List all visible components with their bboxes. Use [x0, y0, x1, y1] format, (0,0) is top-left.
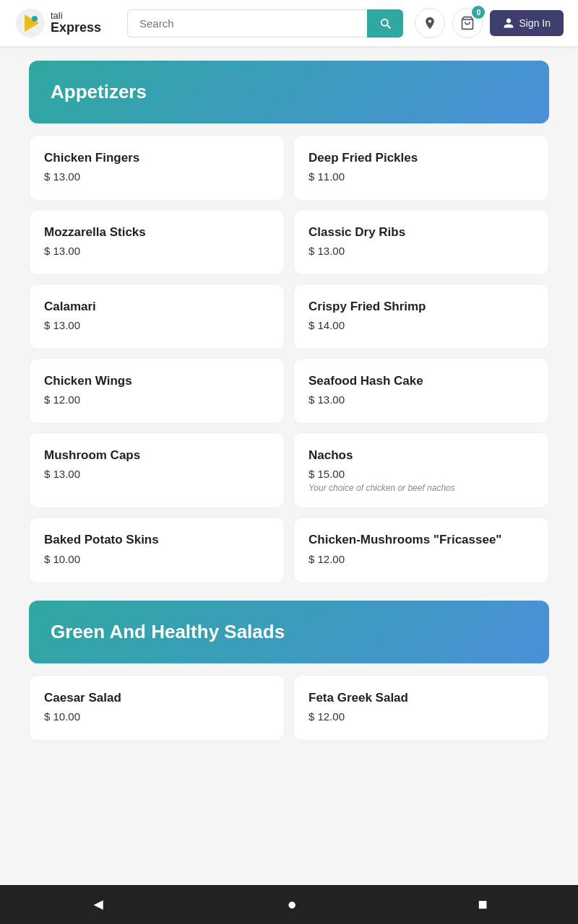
logo-tali: tali — [51, 11, 101, 21]
menu-card[interactable]: Nachos $ 15.00 Your choice of chicken or… — [293, 432, 549, 508]
search-button[interactable] — [367, 9, 403, 38]
appetizers-title: Appetizers — [51, 81, 147, 103]
main-content: Appetizers Chicken Fingers $ 13.00 Deep … — [0, 46, 578, 772]
menu-item-name: Mozzarella Sticks — [44, 225, 269, 240]
menu-card[interactable]: Chicken-Mushrooms "Fricassee" $ 12.00 — [293, 517, 549, 583]
logo-text: tali Express — [51, 11, 101, 35]
menu-item-name: Classic Dry Ribs — [309, 225, 534, 240]
menu-card[interactable]: Caesar Salad $ 10.00 — [29, 675, 285, 741]
menu-item-price: $ 14.00 — [309, 319, 534, 331]
menu-card[interactable]: Deep Fried Pickles $ 11.00 — [293, 135, 549, 201]
stop-button[interactable]: ■ — [478, 895, 487, 914]
location-button[interactable] — [415, 8, 445, 38]
search-icon — [379, 17, 392, 30]
menu-item-name: Chicken-Mushrooms "Fricassee" — [309, 532, 534, 548]
menu-item-price: $ 13.00 — [44, 468, 269, 480]
search-wrapper — [127, 9, 403, 38]
menu-item-name: Mushroom Caps — [44, 448, 269, 463]
menu-item-desc: Your choice of chicken or beef nachos — [309, 483, 534, 493]
menu-item-price: $ 10.00 — [44, 553, 269, 565]
menu-item-price: $ 13.00 — [309, 245, 534, 257]
menu-item-price: $ 12.00 — [309, 553, 534, 565]
menu-card[interactable]: Mushroom Caps $ 13.00 — [29, 432, 285, 508]
search-input[interactable] — [127, 9, 367, 38]
menu-card[interactable]: Feta Greek Salad $ 12.00 — [293, 675, 549, 741]
menu-item-price: $ 13.00 — [309, 393, 534, 406]
logo-icon — [14, 7, 46, 39]
salads-section-header: Green And Healthy Salads — [29, 601, 549, 663]
header-actions: 0 Sign In — [415, 8, 564, 38]
menu-item-name: Chicken Wings — [44, 373, 269, 389]
menu-card[interactable]: Chicken Fingers $ 13.00 — [29, 135, 285, 201]
salads-title: Green And Healthy Salads — [51, 621, 285, 642]
menu-item-name: Seafood Hash Cake — [309, 373, 534, 389]
menu-card[interactable]: Classic Dry Ribs $ 13.00 — [293, 209, 549, 275]
appetizers-section-header: Appetizers — [29, 61, 549, 123]
menu-card[interactable]: Crispy Fried Shrimp $ 14.00 — [293, 284, 549, 349]
header: tali Express 0 — [0, 0, 578, 46]
menu-item-price: $ 13.00 — [44, 170, 269, 183]
menu-item-name: Deep Fried Pickles — [309, 150, 534, 166]
cart-button[interactable]: 0 — [452, 8, 483, 38]
svg-point-2 — [32, 16, 38, 22]
menu-card[interactable]: Seafood Hash Cake $ 13.00 — [293, 358, 549, 424]
logo-area: tali Express — [14, 7, 116, 39]
menu-item-price: $ 11.00 — [309, 170, 534, 183]
appetizers-grid: Chicken Fingers $ 13.00 Deep Fried Pickl… — [29, 135, 549, 583]
menu-item-name: Baked Potato Skins — [44, 532, 269, 548]
menu-item-price: $ 13.00 — [44, 245, 269, 257]
logo-express: Express — [51, 21, 101, 35]
menu-item-price: $ 12.00 — [44, 393, 269, 406]
menu-item-price: $ 12.00 — [309, 710, 534, 723]
menu-item-name: Caesar Salad — [44, 690, 269, 706]
cart-badge: 0 — [472, 6, 485, 19]
cart-icon — [460, 16, 475, 30]
sign-in-button[interactable]: Sign In — [490, 10, 564, 36]
menu-item-name: Nachos — [309, 448, 534, 463]
location-icon — [423, 16, 437, 30]
salads-grid: Caesar Salad $ 10.00 Feta Greek Salad $ … — [29, 675, 549, 741]
menu-item-name: Chicken Fingers — [44, 150, 269, 166]
menu-item-price: $ 10.00 — [44, 710, 269, 723]
menu-item-name: Calamari — [44, 299, 269, 315]
back-button[interactable]: ◄ — [90, 895, 106, 914]
menu-card[interactable]: Baked Potato Skins $ 10.00 — [29, 517, 285, 583]
user-icon — [503, 17, 514, 29]
bottom-nav: ◄ ● ■ — [0, 885, 578, 924]
menu-card[interactable]: Calamari $ 13.00 — [29, 284, 285, 349]
sign-in-label: Sign In — [519, 17, 551, 29]
menu-item-price: $ 13.00 — [44, 319, 269, 331]
menu-item-price: $ 15.00 — [309, 468, 534, 480]
menu-item-name: Crispy Fried Shrimp — [309, 299, 534, 315]
menu-item-name: Feta Greek Salad — [309, 690, 534, 706]
menu-card[interactable]: Mozzarella Sticks $ 13.00 — [29, 209, 285, 275]
home-button[interactable]: ● — [288, 895, 297, 914]
menu-card[interactable]: Chicken Wings $ 12.00 — [29, 358, 285, 424]
